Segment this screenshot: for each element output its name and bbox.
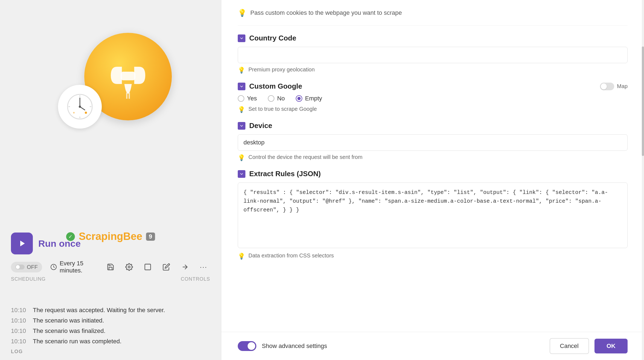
extract-rules-help: 💡 Data extraction from CSS selectors — [238, 252, 628, 260]
advanced-label: Show advanced settings — [262, 342, 544, 350]
svg-rect-14 — [145, 264, 151, 270]
window-icon[interactable] — [141, 260, 154, 274]
custom-google-map-toggle[interactable] — [600, 83, 614, 90]
device-title: Device — [249, 121, 272, 130]
schedule-text: Every 15 minutes. — [50, 260, 104, 274]
right-panel: 💡 Pass custom cookies to the webpage you… — [221, 0, 644, 360]
radio-no[interactable]: No — [268, 95, 285, 102]
log-time-2: 10:10 — [11, 317, 27, 324]
cookie-hint-row: 💡 Pass custom cookies to the webpage you… — [238, 8, 628, 26]
chevron-down-icon — [239, 36, 244, 40]
chevron-down-icon-4 — [239, 172, 244, 176]
log-text-3: The scenario was finalized. — [33, 327, 105, 335]
log-entry-1: 10:10 The request was accepted. Waiting … — [11, 305, 210, 315]
ok-button[interactable]: OK — [594, 339, 628, 353]
country-code-section: Country Code 💡 Premium proxy geolocation — [238, 34, 628, 74]
log-text-1: The request was accepted. Waiting for th… — [33, 307, 165, 314]
map-label: Map — [617, 83, 628, 89]
radio-label-empty: Empty — [305, 95, 322, 102]
edit-icon[interactable] — [160, 260, 173, 274]
controls-label: CONTROLS — [181, 276, 210, 282]
clock-circle — [58, 85, 102, 129]
play-button[interactable] — [11, 233, 33, 254]
custom-google-toggle-area: Map — [600, 83, 628, 90]
schedule-interval: Every 15 minutes. — [60, 260, 104, 274]
svg-point-10 — [85, 112, 87, 114]
chevron-down-icon-3 — [239, 124, 244, 128]
svg-point-13 — [128, 266, 130, 268]
help-bulb-icon-4: 💡 — [238, 253, 245, 260]
cancel-button[interactable]: Cancel — [550, 338, 589, 354]
scheduling-toggle[interactable]: OFF — [11, 262, 42, 272]
custom-google-help-text: Set to true to scrape Google — [248, 106, 317, 112]
clock-svg — [66, 93, 94, 120]
svg-point-11 — [73, 112, 75, 114]
radio-circle-yes — [238, 95, 244, 102]
extract-rules-help-text: Data extraction from CSS selectors — [248, 252, 334, 259]
custom-google-help: 💡 Set to true to scrape Google — [238, 106, 628, 113]
arrow-icon[interactable] — [178, 260, 192, 274]
save-icon[interactable] — [104, 260, 117, 274]
controls-icons: ··· — [104, 260, 210, 274]
controls-row: OFF Every 15 minutes. — [11, 260, 210, 274]
radio-yes[interactable]: Yes — [238, 95, 257, 102]
log-label: LOG — [11, 349, 210, 355]
extract-rules-chevron[interactable] — [238, 170, 245, 178]
settings-scroll[interactable]: 💡 Pass custom cookies to the webpage you… — [221, 0, 644, 332]
more-icon[interactable]: ··· — [197, 260, 210, 274]
clock-icon — [50, 263, 57, 271]
radio-circle-no — [268, 95, 274, 102]
play-icon — [17, 239, 27, 248]
help-bulb-icon-1: 💡 — [238, 67, 245, 74]
country-code-help: 💡 Premium proxy geolocation — [238, 66, 628, 74]
radio-label-no: No — [277, 95, 285, 102]
scrollbar-thumb[interactable] — [642, 47, 644, 156]
radio-empty[interactable]: Empty — [296, 95, 322, 102]
chevron-down-icon-2 — [239, 84, 244, 89]
device-help: 💡 Control the device the request will be… — [238, 154, 628, 161]
custom-google-section: Custom Google Map Yes No Empty — [238, 82, 628, 113]
extract-rules-textarea[interactable]: { "results" : { "selector": "div.s-resul… — [238, 182, 628, 248]
extract-rules-section: Extract Rules (JSON) { "results" : { "se… — [238, 170, 628, 260]
run-once-label: Run once — [38, 238, 81, 249]
device-input[interactable] — [238, 134, 628, 151]
custom-google-radio-group: Yes No Empty — [238, 95, 628, 102]
advanced-settings-toggle[interactable] — [238, 341, 256, 351]
toggle-thumb — [15, 265, 25, 269]
log-entry-3: 10:10 The scenario was finalized. — [11, 326, 210, 336]
radio-circle-empty — [296, 95, 302, 102]
device-section: Device 💡 Control the device the request … — [238, 121, 628, 161]
help-bulb-icon-2: 💡 — [238, 106, 245, 113]
log-section: 10:10 The request was accepted. Waiting … — [0, 300, 221, 360]
log-text-2: The scenario was initiated. — [33, 317, 104, 324]
log-time-4: 10:10 — [11, 338, 27, 345]
run-once-row: Run once — [11, 233, 210, 254]
hint-bulb-icon: 💡 — [238, 9, 246, 17]
country-code-help-text: Premium proxy geolocation — [248, 66, 315, 73]
log-entry-4: 10:10 The scenario run was completed. — [11, 336, 210, 347]
log-text-4: The scenario run was completed. — [33, 338, 121, 345]
extract-rules-header: Extract Rules (JSON) — [238, 170, 628, 178]
settings-icon[interactable] — [123, 260, 136, 274]
svg-line-5 — [80, 107, 85, 110]
scrollbar-track — [642, 0, 644, 360]
scrapingbee-logo-svg — [103, 52, 153, 101]
country-code-chevron[interactable] — [238, 34, 245, 42]
labels-row: SCHEDULING CONTROLS — [11, 276, 210, 282]
device-header: Device — [238, 121, 628, 130]
country-code-header: Country Code — [238, 34, 628, 42]
custom-google-header: Custom Google Map — [238, 82, 628, 91]
radio-label-yes: Yes — [247, 95, 257, 102]
log-time-1: 10:10 — [11, 307, 27, 314]
off-label: OFF — [27, 264, 38, 270]
device-help-text: Control the device the request will be s… — [248, 154, 362, 160]
svg-rect-1 — [121, 72, 135, 80]
custom-google-title: Custom Google — [249, 82, 302, 91]
run-once-section: Run once OFF Every 15 minutes. — [11, 233, 210, 282]
left-panel: ✓ ScrapingBee 9 Run once OFF Every 15 mi… — [0, 0, 221, 360]
device-chevron[interactable] — [238, 122, 245, 130]
custom-google-chevron[interactable] — [238, 83, 245, 90]
scheduling-label: SCHEDULING — [11, 276, 46, 282]
log-entry-2: 10:10 The scenario was initiated. — [11, 315, 210, 326]
country-code-input[interactable] — [238, 47, 628, 63]
